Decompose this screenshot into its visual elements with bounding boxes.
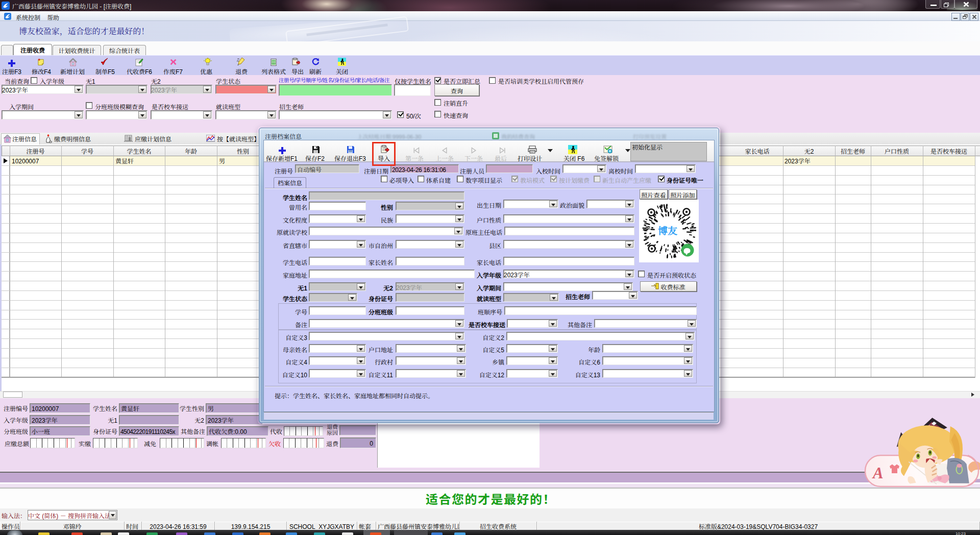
svg-text:A: A bbox=[872, 464, 884, 482]
svg-text:博友: 博友 bbox=[658, 223, 677, 237]
